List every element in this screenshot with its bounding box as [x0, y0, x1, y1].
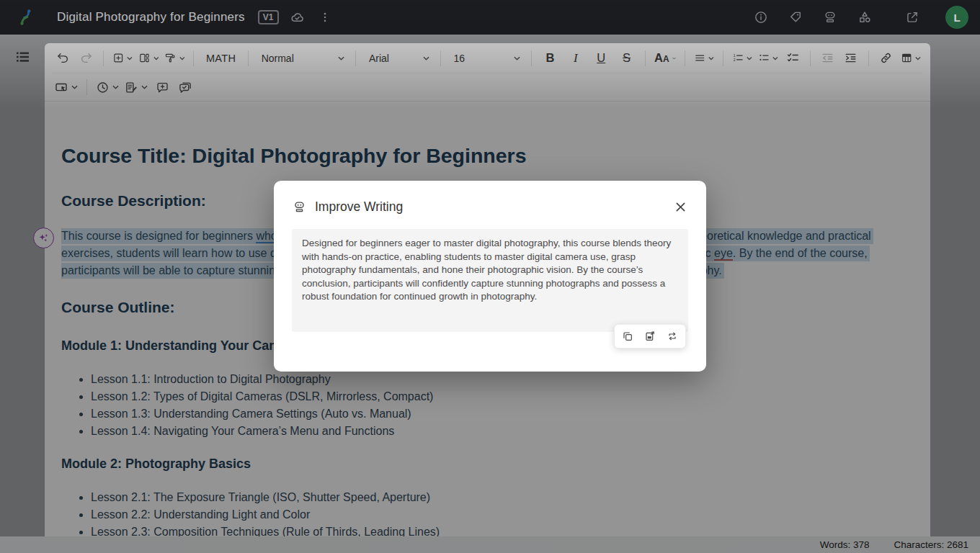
- outdent-icon[interactable]: [817, 48, 839, 69]
- copy-icon[interactable]: [619, 328, 636, 345]
- math-button[interactable]: MATH: [200, 48, 241, 69]
- undo-icon[interactable]: [52, 48, 74, 69]
- format-paint-icon[interactable]: [162, 48, 187, 69]
- insert-into-document-icon[interactable]: [641, 328, 659, 345]
- doc-course-title: Course Title: Digital Photography for Be…: [61, 143, 901, 168]
- suggested-text-panel: Designed for beginners eager to master d…: [292, 229, 688, 332]
- toolbar-row-2: [52, 73, 923, 101]
- version-badge[interactable]: V1: [258, 10, 279, 24]
- italic-button[interactable]: I: [564, 48, 587, 69]
- user-avatar[interactable]: L: [945, 6, 968, 29]
- suggested-text: Designed for beginners eager to master d…: [302, 237, 678, 304]
- suggestions-icon[interactable]: [122, 76, 150, 98]
- comments-resolved-icon[interactable]: [174, 76, 196, 98]
- svg-text:1: 1: [733, 53, 735, 58]
- toolbar: MATH Normal Arial 16 B: [45, 43, 930, 102]
- paragraph-style-select[interactable]: Normal: [255, 48, 349, 69]
- close-icon[interactable]: [670, 197, 690, 217]
- bold-button[interactable]: B: [538, 48, 562, 69]
- align-icon[interactable]: [692, 48, 716, 69]
- ai-robot-icon: [293, 200, 306, 214]
- app-window: Digital Photography for Beginners V1: [0, 0, 980, 553]
- document-title: Digital Photography for Beginners: [57, 10, 245, 24]
- history-icon[interactable]: [94, 76, 121, 98]
- elements-icon[interactable]: [853, 6, 876, 29]
- font-family-select[interactable]: Arial: [362, 48, 434, 69]
- text-style-icon[interactable]: Aa: [652, 48, 678, 69]
- status-bar: Words: 378 Characters: 2681: [0, 536, 980, 553]
- table-icon[interactable]: [899, 48, 923, 69]
- tags-icon[interactable]: [784, 6, 807, 29]
- list-item: Lesson 1.2: Types of Digital Cameras (DS…: [91, 388, 901, 405]
- list-item: Lesson 2.2: Understanding Light and Colo…: [91, 506, 901, 523]
- list-item: Lesson 2.3: Composition Techniques (Rule…: [91, 523, 901, 536]
- checklist-icon[interactable]: [782, 48, 803, 69]
- link-icon[interactable]: [876, 48, 897, 69]
- underline-button[interactable]: U: [589, 48, 613, 69]
- module-2-heading: Module 2: Photography Basics: [61, 456, 901, 472]
- app-logo-icon[interactable]: [17, 8, 34, 27]
- list-item: Lesson 1.3: Understanding Camera Setting…: [91, 405, 901, 423]
- toolbar-row-1: MATH Normal Arial 16 B: [52, 43, 923, 73]
- indent-icon[interactable]: [840, 48, 862, 69]
- cloud-sync-icon[interactable]: [286, 6, 309, 29]
- dialog-title: Improve Writing: [315, 199, 403, 215]
- spellcheck-underlined-word: eye: [714, 247, 733, 261]
- layout-icon[interactable]: [136, 48, 161, 69]
- module-1-lesson-list: Lesson 1.1: Introduction to Digital Phot…: [61, 371, 901, 440]
- improve-writing-dialog: Improve Writing Designed for beginners e…: [274, 181, 706, 372]
- ai-sparkle-icon[interactable]: [33, 228, 54, 248]
- bullet-list-icon[interactable]: [756, 48, 780, 69]
- more-menu-icon[interactable]: [313, 6, 337, 29]
- share-icon[interactable]: [901, 6, 924, 29]
- list-item: Lesson 1.1: Introduction to Digital Phot…: [91, 371, 901, 388]
- top-header-bar: Digital Photography for Beginners V1: [0, 0, 980, 35]
- document-outline-icon[interactable]: [15, 52, 30, 65]
- character-count: Characters: 2681: [894, 539, 968, 550]
- regenerate-icon[interactable]: [664, 328, 681, 345]
- strikethrough-button[interactable]: S: [615, 48, 638, 69]
- font-size-select[interactable]: 16: [447, 48, 525, 69]
- word-count: Words: 378: [820, 539, 870, 550]
- info-icon[interactable]: [749, 6, 772, 29]
- add-comment-icon[interactable]: [151, 76, 173, 98]
- ai-assistant-icon[interactable]: [819, 6, 842, 29]
- insert-element-icon[interactable]: [110, 48, 135, 69]
- suggestion-action-bar: [614, 324, 686, 349]
- list-item: Lesson 1.4: Navigating Your Camera’s Men…: [91, 423, 901, 440]
- select-tool-icon[interactable]: [52, 76, 80, 98]
- svg-text:2: 2: [733, 58, 735, 62]
- redo-icon[interactable]: [75, 48, 97, 69]
- list-item: Lesson 2.1: The Exposure Triangle (ISO, …: [91, 489, 901, 506]
- dialog-header: Improve Writing: [274, 181, 706, 217]
- numbered-list-icon[interactable]: 1 2: [730, 48, 754, 69]
- module-2-lesson-list: Lesson 2.1: The Exposure Triangle (ISO, …: [61, 489, 901, 536]
